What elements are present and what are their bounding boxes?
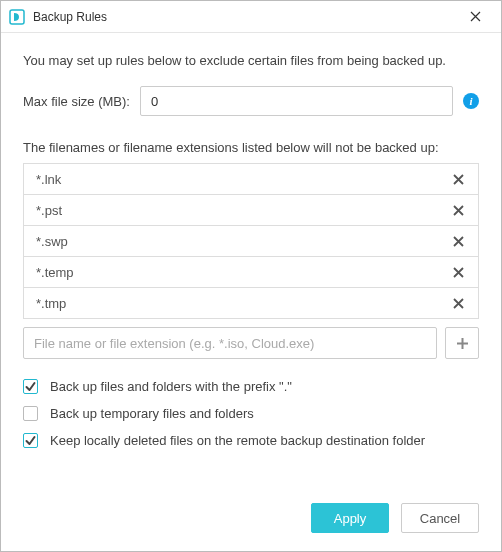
exclude-item: *.swp xyxy=(24,226,478,257)
exclude-list: *.lnk*.pst*.swp*.temp*.tmp xyxy=(23,163,479,319)
dialog-footer: Apply Cancel xyxy=(1,487,501,551)
exclude-item-name: *.temp xyxy=(36,265,448,280)
window-title: Backup Rules xyxy=(33,10,457,24)
exclude-item: *.temp xyxy=(24,257,478,288)
remove-icon[interactable] xyxy=(448,231,468,251)
add-exclusion-button[interactable] xyxy=(445,327,479,359)
remove-icon[interactable] xyxy=(448,169,468,189)
exclude-list-label: The filenames or filename extensions lis… xyxy=(23,140,479,155)
app-icon xyxy=(9,9,25,25)
checkbox-row[interactable]: Keep locally deleted files on the remote… xyxy=(23,433,479,448)
add-exclusion-input[interactable] xyxy=(23,327,437,359)
exclude-item: *.lnk xyxy=(24,164,478,195)
remove-icon[interactable] xyxy=(448,200,468,220)
checkbox-label: Back up files and folders with the prefi… xyxy=(50,379,292,394)
checkbox[interactable] xyxy=(23,406,38,421)
cancel-button[interactable]: Cancel xyxy=(401,503,479,533)
intro-text: You may set up rules below to exclude ce… xyxy=(23,53,479,68)
max-file-size-input[interactable] xyxy=(140,86,453,116)
exclude-item: *.pst xyxy=(24,195,478,226)
exclude-item-name: *.lnk xyxy=(36,172,448,187)
checkbox[interactable] xyxy=(23,379,38,394)
checkbox-label: Back up temporary files and folders xyxy=(50,406,254,421)
checkbox[interactable] xyxy=(23,433,38,448)
info-icon[interactable]: i xyxy=(463,93,479,109)
exclude-item-name: *.pst xyxy=(36,203,448,218)
options-checklist: Back up files and folders with the prefi… xyxy=(23,379,479,448)
max-file-size-label: Max file size (MB): xyxy=(23,94,130,109)
titlebar: Backup Rules xyxy=(1,1,501,33)
exclude-item: *.tmp xyxy=(24,288,478,319)
checkbox-row[interactable]: Back up files and folders with the prefi… xyxy=(23,379,479,394)
max-file-size-row: Max file size (MB): i xyxy=(23,86,479,116)
apply-button[interactable]: Apply xyxy=(311,503,389,533)
add-exclusion-row xyxy=(23,327,479,359)
checkbox-label: Keep locally deleted files on the remote… xyxy=(50,433,425,448)
exclude-item-name: *.swp xyxy=(36,234,448,249)
remove-icon[interactable] xyxy=(448,262,468,282)
remove-icon[interactable] xyxy=(448,293,468,313)
dialog-content: You may set up rules below to exclude ce… xyxy=(1,33,501,487)
exclude-item-name: *.tmp xyxy=(36,296,448,311)
checkbox-row[interactable]: Back up temporary files and folders xyxy=(23,406,479,421)
close-button[interactable] xyxy=(457,2,493,32)
